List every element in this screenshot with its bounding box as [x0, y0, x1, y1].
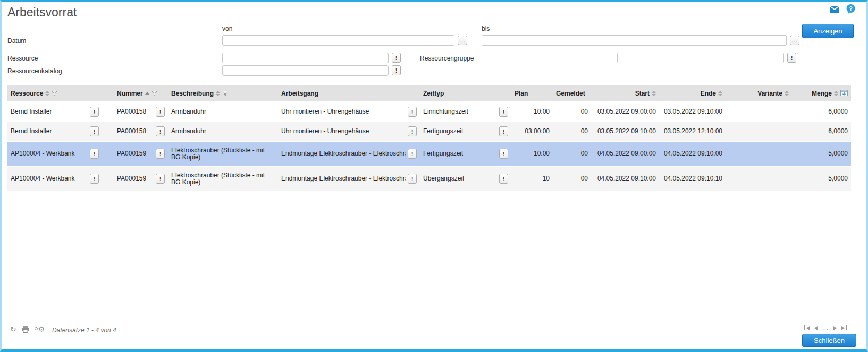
column-label: Menge — [812, 90, 832, 97]
cell-zeittyp: Fertigungszeit — [423, 150, 463, 157]
records-count-text: Datensätze 1 - 4 von 4 — [52, 327, 116, 334]
cell-zeittyp: Einrichtungszeit — [423, 108, 468, 115]
row-detail-button[interactable]: ! — [408, 149, 417, 159]
ressourcenkatalog-label: Ressourcenkatalog — [7, 67, 62, 75]
cell-beschreibung: Armbanduhr — [168, 122, 278, 141]
column-label: Variante — [757, 90, 782, 97]
cell-menge: 5,0000 — [792, 141, 851, 166]
cell-ende: 04.05.2022 09:10:00 — [659, 141, 726, 166]
pagination-last-button[interactable] — [841, 325, 847, 330]
row-detail-button[interactable]: ! — [156, 107, 165, 117]
column-label: Start — [635, 90, 650, 97]
row-detail-button[interactable]: ! — [156, 174, 165, 184]
filter-funnel-icon[interactable] — [151, 91, 157, 96]
row-detail-button[interactable]: ! — [408, 174, 417, 184]
cell-variante — [726, 122, 792, 141]
page-title: Arbeitsvorrat — [7, 5, 77, 20]
table-row[interactable]: Bernd Installer! PA000158! Armbanduhr Uh… — [7, 102, 851, 122]
row-detail-button[interactable]: ! — [90, 107, 99, 117]
pagination-next-button[interactable] — [833, 326, 837, 330]
cell-arbeitsgang: Uhr montieren - Uhrengehäuse — [281, 108, 369, 115]
pagination-prev-button[interactable] — [814, 326, 818, 330]
mail-icon[interactable] — [830, 6, 839, 13]
filter-funnel-icon[interactable] — [52, 91, 57, 96]
row-detail-button[interactable]: ! — [90, 126, 99, 136]
ressource-input[interactable] — [222, 53, 389, 63]
export-table-icon[interactable] — [840, 90, 848, 97]
column-header-menge[interactable]: Menge — [792, 85, 851, 102]
row-detail-button[interactable]: ! — [156, 149, 165, 159]
svg-text:?: ? — [849, 5, 853, 12]
column-label: Ressource — [11, 90, 43, 97]
schliessen-button[interactable]: Schließen — [802, 334, 856, 347]
pagination-first-button[interactable] — [804, 325, 810, 330]
column-header-variante[interactable]: Variante — [726, 85, 792, 102]
column-header-ressource[interactable]: Ressource — [7, 85, 114, 102]
row-detail-button[interactable]: ! — [90, 174, 99, 184]
sort-icon — [718, 91, 722, 96]
ressourcengruppe-lookup-button[interactable]: ! — [787, 53, 796, 63]
ressourcenkatalog-input[interactable] — [222, 65, 389, 76]
cell-menge: 6,0000 — [792, 122, 851, 141]
ressourcengruppe-label: Ressourcengruppe — [420, 55, 474, 62]
datum-bis-picker-button[interactable]: ... — [790, 36, 799, 45]
column-header-start[interactable]: Start — [591, 85, 659, 102]
gear-dot — [35, 327, 38, 330]
cell-arbeitsgang: Endmontage Elektroschrauber - Elektrosch… — [281, 150, 406, 157]
sort-icon — [216, 91, 220, 96]
bis-label: bis — [482, 25, 490, 32]
row-detail-button[interactable]: ! — [499, 126, 508, 136]
datum-von-input[interactable] — [222, 35, 454, 46]
column-header-gemeldet[interactable]: Gemeldet — [553, 85, 591, 102]
filter-funnel-icon[interactable] — [222, 91, 228, 96]
column-header-plan[interactable]: Plan — [511, 85, 553, 102]
column-header-arbeitsgang[interactable]: Arbeitsgang — [278, 85, 420, 102]
row-detail-button[interactable]: ! — [90, 149, 99, 159]
row-detail-button[interactable]: ! — [408, 126, 417, 136]
table-row[interactable]: Bernd Installer! PA000158! Armbanduhr Uh… — [7, 122, 851, 141]
sort-icon — [652, 91, 656, 96]
cell-nummer: PA000159 — [117, 150, 146, 157]
cell-menge: 5,0000 — [792, 166, 851, 191]
cell-beschreibung: Elektroschrauber (Stückliste - mit BG Ko… — [168, 141, 278, 166]
cell-ressource: AP100004 - Werkbank — [11, 175, 75, 182]
cell-start: 04.05.2022 09:00:00 — [591, 141, 659, 166]
print-icon[interactable] — [22, 326, 29, 333]
cell-plan: 03:00:00 — [511, 122, 553, 141]
column-header-ende[interactable]: Ende — [659, 85, 726, 102]
settings-gear-icon[interactable]: ⚙ — [35, 324, 45, 334]
sort-icon — [785, 91, 789, 96]
cell-ressource: Bernd Installer — [11, 108, 52, 115]
cell-plan: 10 — [511, 166, 553, 191]
column-header-beschreibung[interactable]: Beschreibung — [168, 85, 278, 102]
ressourcengruppe-input[interactable] — [617, 53, 784, 63]
anzeigen-button[interactable]: Anzeigen — [802, 24, 854, 38]
refresh-icon[interactable]: ↻ — [10, 325, 16, 333]
table-row[interactable]: AP100004 - Werkbank! PA000159! Elektrosc… — [7, 166, 851, 191]
von-label: von — [222, 25, 232, 32]
cell-ressource: Bernd Installer — [11, 128, 52, 135]
cell-beschreibung: Armbanduhr — [168, 102, 278, 122]
cell-ende: 04.05.2022 09:10:10 — [659, 166, 726, 191]
row-detail-button[interactable]: ! — [408, 107, 417, 117]
column-header-nummer[interactable]: Nummer — [114, 85, 168, 102]
cell-zeittyp: Übergangszeit — [423, 175, 464, 182]
sort-icon — [834, 91, 838, 96]
ressource-lookup-button[interactable]: ! — [392, 53, 401, 63]
ressource-label: Ressource — [7, 55, 38, 62]
cell-ressource: AP100004 - Werkbank — [11, 150, 75, 157]
pagination-pages-button[interactable]: ... — [822, 325, 829, 330]
cell-arbeitsgang: Uhr montieren - Uhrengehäuse — [281, 128, 369, 135]
help-icon[interactable]: ? — [846, 4, 855, 14]
row-detail-button[interactable]: ! — [499, 107, 508, 117]
row-detail-button[interactable]: ! — [156, 126, 165, 136]
datum-von-picker-button[interactable]: ... — [458, 36, 467, 45]
datum-bis-input[interactable] — [482, 35, 787, 46]
row-detail-button[interactable]: ! — [499, 174, 508, 184]
row-detail-button[interactable]: ! — [499, 149, 508, 159]
cell-zeittyp: Fertigungszeit — [423, 128, 463, 135]
cell-start: 03.05.2022 09:10:00 — [591, 122, 659, 141]
table-row-selected[interactable]: AP100004 - Werkbank! PA000159! Elektrosc… — [7, 141, 851, 166]
column-header-zeittyp[interactable]: Zeittyp — [420, 85, 511, 102]
ressourcenkatalog-lookup-button[interactable]: ! — [392, 65, 401, 75]
